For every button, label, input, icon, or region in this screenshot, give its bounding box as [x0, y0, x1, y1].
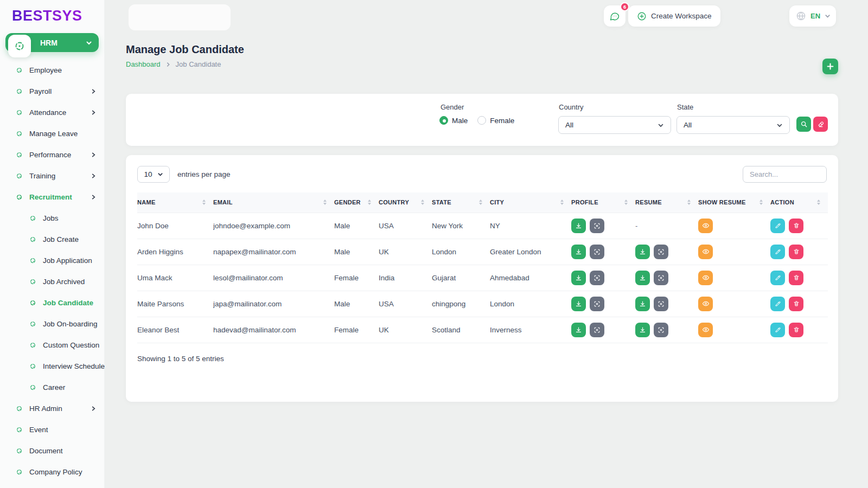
column-header-profile[interactable]: PROFILE: [571, 192, 635, 213]
download-profile-button[interactable]: [571, 245, 586, 259]
gender-radio-female[interactable]: Female: [477, 116, 514, 125]
view-resume-button[interactable]: [654, 245, 668, 259]
column-header-email[interactable]: EMAIL: [213, 192, 334, 213]
edit-candidate-button[interactable]: [770, 219, 785, 233]
download-resume-button[interactable]: [635, 323, 650, 337]
view-resume-icon: [658, 248, 665, 255]
sidebar-item-attendance[interactable]: Attendance: [0, 102, 104, 123]
view-profile-icon: [593, 248, 601, 255]
table-row: Uma Macklesol@mailinator.comFemaleIndiaG…: [137, 265, 828, 291]
show-resume-button[interactable]: [698, 219, 713, 233]
download-profile-button[interactable]: [571, 271, 586, 285]
cell-gender: Male: [334, 213, 379, 239]
view-resume-button[interactable]: [654, 323, 668, 337]
sidebar-item-jobs[interactable]: Jobs: [0, 208, 104, 229]
sidebar-item-job-application[interactable]: Job Application: [0, 250, 104, 271]
show-resume-button[interactable]: [698, 323, 713, 337]
sidebar-item-custom-question[interactable]: Custom Question: [0, 335, 104, 356]
download-profile-button[interactable]: [571, 219, 586, 233]
edit-candidate-button[interactable]: [770, 323, 785, 337]
filter-reset-button[interactable]: [813, 117, 828, 132]
view-profile-button[interactable]: [590, 297, 604, 311]
state-select[interactable]: All: [676, 116, 790, 134]
edit-candidate-button[interactable]: [770, 245, 785, 259]
sidebar-item-employee[interactable]: Employee: [0, 60, 104, 81]
column-header-state[interactable]: STATE: [432, 192, 490, 213]
country-select[interactable]: All: [558, 116, 671, 134]
table-header-row: NAMEEMAILGENDERCOUNTRYSTATECITYPROFILERE…: [137, 192, 828, 213]
download-resume-button[interactable]: [635, 245, 650, 259]
sidebar-item-document[interactable]: Document: [0, 440, 104, 461]
ring-icon: [30, 321, 36, 327]
sidebar-item-label: Employee: [29, 66, 62, 74]
show-resume-button[interactable]: [698, 271, 713, 285]
edit-candidate-button[interactable]: [770, 297, 785, 311]
sidebar-item-job-create[interactable]: Job Create: [0, 229, 104, 250]
table-search-input[interactable]: [743, 166, 827, 183]
cell-country: USA: [379, 291, 432, 317]
delete-candidate-button[interactable]: [789, 323, 803, 337]
sidebar-item-recruitment[interactable]: Recruitment: [0, 187, 104, 208]
sidebar-item-performance[interactable]: Performance: [0, 144, 104, 165]
column-header-name[interactable]: NAME: [137, 192, 213, 213]
column-label: ACTION: [770, 199, 794, 206]
language-selector[interactable]: EN: [789, 5, 836, 27]
download-resume-button[interactable]: [635, 297, 650, 311]
column-header-action[interactable]: ACTION: [770, 192, 828, 213]
chat-button[interactable]: 6: [604, 5, 626, 27]
edit-candidate-icon: [775, 248, 781, 255]
entries-per-page-select[interactable]: 10: [137, 166, 170, 183]
column-header-gender[interactable]: GENDER: [334, 192, 379, 213]
chevron-down-icon: [776, 122, 783, 129]
column-header-country[interactable]: COUNTRY: [379, 192, 432, 213]
sidebar-item-interview-schedule[interactable]: Interview Schedule: [0, 356, 104, 377]
column-header-city[interactable]: CITY: [490, 192, 571, 213]
search-icon: [800, 120, 808, 128]
download-profile-button[interactable]: [571, 297, 586, 311]
sidebar-item-payroll[interactable]: Payroll: [0, 81, 104, 102]
download-profile-button[interactable]: [571, 323, 586, 337]
view-resume-button[interactable]: [654, 297, 668, 311]
edit-candidate-icon: [775, 300, 781, 307]
view-profile-button[interactable]: [590, 219, 604, 233]
delete-candidate-button[interactable]: [789, 297, 803, 311]
hrm-module-icon: [8, 35, 31, 57]
breadcrumb-dashboard-link[interactable]: Dashboard: [126, 60, 161, 68]
sidebar-item-hr-admin[interactable]: HR Admin: [0, 398, 104, 419]
gender-radio-group: Male Female: [439, 116, 514, 125]
view-profile-button[interactable]: [590, 245, 604, 259]
add-candidate-button[interactable]: [822, 59, 838, 74]
sidebar-section-hrm[interactable]: HRM: [5, 33, 99, 52]
delete-candidate-button[interactable]: [789, 219, 803, 233]
sidebar-item-career[interactable]: Career: [0, 377, 104, 398]
show-resume-button[interactable]: [698, 245, 713, 259]
cell-show-resume: [698, 291, 770, 317]
filter-search-button[interactable]: [796, 117, 811, 132]
download-resume-button[interactable]: [635, 271, 650, 285]
edit-candidate-button[interactable]: [770, 271, 785, 285]
show-resume-button[interactable]: [698, 297, 713, 311]
sidebar-item-event[interactable]: Event: [0, 419, 104, 440]
view-resume-button[interactable]: [654, 271, 668, 285]
delete-candidate-button[interactable]: [789, 245, 803, 259]
sidebar-item-job-on-boarding[interactable]: Job On-boarding: [0, 313, 104, 335]
column-header-resume[interactable]: RESUME: [635, 192, 698, 213]
view-profile-button[interactable]: [590, 271, 604, 285]
column-header-show-resume[interactable]: SHOW RESUME: [698, 192, 770, 213]
gender-radio-male[interactable]: Male: [439, 116, 468, 125]
breadcrumb-current: Job Candidate: [176, 60, 221, 68]
sidebar-item-manage-leave[interactable]: Manage Leave: [0, 123, 104, 144]
create-workspace-button[interactable]: Create Workspace: [628, 5, 720, 27]
sidebar-item-job-candidate[interactable]: Job Candidate: [0, 292, 104, 313]
delete-candidate-icon: [793, 274, 800, 281]
delete-candidate-button[interactable]: [789, 271, 803, 285]
sidebar-item-company-policy[interactable]: Company Policy: [0, 461, 104, 483]
download-profile-icon: [575, 300, 582, 307]
country-filter-label: Country: [559, 103, 584, 111]
sidebar-item-job-archived[interactable]: Job Archived: [0, 271, 104, 292]
cell-email: japa@mailinator.com: [213, 291, 334, 317]
sidebar-item-training[interactable]: Training: [0, 165, 104, 187]
column-label: CITY: [490, 199, 504, 206]
chevron-down-icon: [825, 13, 831, 19]
view-profile-button[interactable]: [590, 323, 604, 337]
